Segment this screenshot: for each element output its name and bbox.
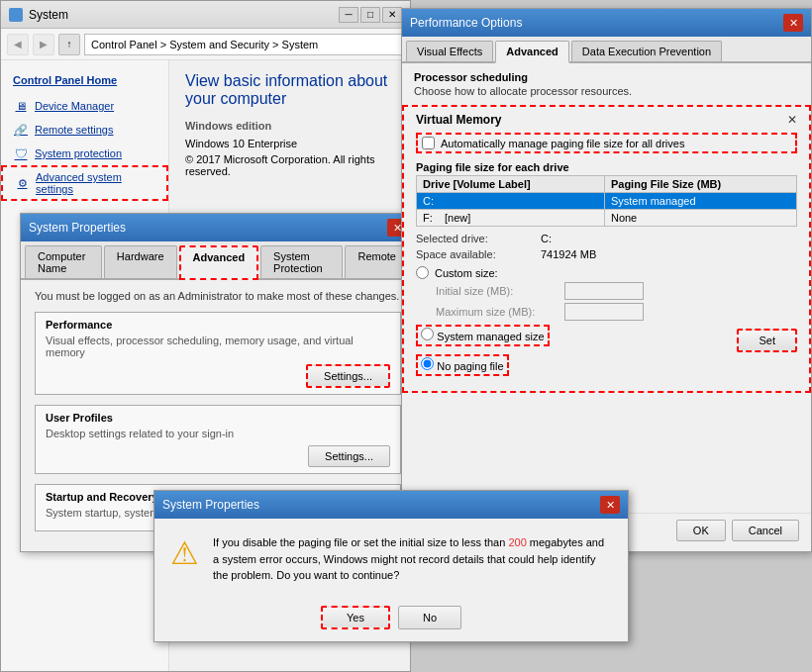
- auto-manage-label: Automatically manage paging file size fo…: [441, 138, 684, 149]
- selected-drive-value: C:: [541, 233, 552, 244]
- perf-options-close-button[interactable]: ✕: [783, 14, 803, 32]
- warning-close-button[interactable]: ✕: [600, 496, 620, 514]
- warning-dialog: System Properties ✕ ⚠ If you disable the…: [153, 490, 629, 642]
- sidebar-item-label: Advanced system settings: [36, 171, 154, 195]
- page-title: View basic information about your comput…: [185, 72, 394, 108]
- perf-options-title-bar: Performance Options ✕: [402, 9, 811, 37]
- no-paging-row: No paging file: [416, 354, 509, 376]
- back-button[interactable]: ◀: [7, 34, 29, 55]
- perf-tab-advanced[interactable]: Advanced: [495, 41, 569, 63]
- system-props-tab-bar: Computer Name Hardware Advanced System P…: [21, 241, 415, 280]
- up-button[interactable]: ↑: [58, 34, 80, 55]
- windows-edition-header: Windows edition: [185, 120, 394, 132]
- tab-remote[interactable]: Remote: [345, 245, 409, 278]
- processor-scheduling-desc: Choose how to allocate processor resourc…: [414, 85, 799, 97]
- system-managed-radio[interactable]: [421, 328, 434, 340]
- paging-table-label: Paging file size for each drive: [416, 161, 797, 173]
- virtual-memory-title: Virtual Memory: [416, 113, 501, 127]
- sidebar-item-label: Remote settings: [35, 124, 113, 136]
- close-button[interactable]: ✕: [382, 7, 402, 23]
- system-props-title: System Properties: [29, 221, 126, 235]
- minimize-button[interactable]: ─: [339, 7, 358, 23]
- perf-tab-visual-effects[interactable]: Visual Effects: [406, 41, 493, 61]
- table-row[interactable]: F: [new] None: [417, 210, 797, 227]
- space-available-value: 741924 MB: [541, 248, 596, 260]
- sidebar-item-device-manager[interactable]: 🖥 Device Manager: [1, 94, 168, 118]
- sidebar-title[interactable]: Control Panel Home: [1, 70, 168, 94]
- system-title-bar: System ─ □ ✕: [1, 1, 410, 29]
- tab-advanced[interactable]: Advanced: [179, 245, 259, 280]
- warning-buttons: Yes No: [154, 600, 628, 641]
- virtual-memory-section: Virtual Memory ✕ Automatically manage pa…: [402, 105, 811, 393]
- windows-copyright: © 2017 Microsoft Corporation. All rights…: [185, 153, 394, 177]
- perf-ok-button[interactable]: OK: [676, 520, 726, 541]
- custom-size-radio[interactable]: [416, 266, 429, 279]
- no-button[interactable]: No: [398, 606, 461, 629]
- drive-c-size: System managed: [604, 193, 796, 210]
- auto-manage-checkbox[interactable]: [422, 137, 435, 149]
- perf-tab-data-execution[interactable]: Data Execution Prevention: [571, 41, 722, 61]
- maximum-size-label: Maximum size (MB):: [436, 306, 564, 318]
- system-window-title: System: [29, 8, 68, 22]
- remote-icon: 🔗: [13, 122, 29, 138]
- sidebar-item-label: System protection: [35, 147, 122, 159]
- no-paging-label: No paging file: [437, 360, 503, 372]
- tab-hardware[interactable]: Hardware: [104, 245, 177, 278]
- warning-icon: ⚠: [170, 534, 199, 572]
- sidebar-item-advanced-system-settings[interactable]: ⚙ Advanced system settings: [1, 165, 168, 201]
- no-paging-radio[interactable]: [421, 357, 434, 370]
- custom-size-label: Custom size:: [435, 267, 498, 279]
- perf-options-dialog: Performance Options ✕ Visual Effects Adv…: [401, 8, 812, 552]
- warning-title: System Properties: [162, 498, 259, 512]
- user-profiles-title: User Profiles: [46, 412, 390, 424]
- shield-icon: 🛡: [13, 145, 29, 161]
- system-window-icon: [9, 8, 23, 22]
- perf-content: Processor scheduling Choose how to alloc…: [402, 63, 811, 401]
- admin-note: You must be logged on as an Administrato…: [35, 290, 401, 302]
- performance-group: Performance Visual effects, processor sc…: [35, 312, 401, 395]
- advanced-icon: ⚙: [15, 175, 30, 191]
- space-available-label: Space available:: [416, 248, 525, 260]
- warning-msg-part1: If you disable the paging file or set th…: [213, 536, 508, 548]
- warning-highlight: 200: [508, 536, 526, 548]
- paging-col-drive: Drive [Volume Label]: [417, 176, 605, 193]
- initial-size-label: Initial size (MB):: [436, 285, 564, 297]
- tab-system-protection[interactable]: System Protection: [260, 245, 343, 278]
- windows-version: Windows 10 Enterprise: [185, 138, 394, 149]
- sidebar-item-system-protection[interactable]: 🛡 System protection: [1, 142, 168, 165]
- paging-table: Drive [Volume Label] Paging File Size (M…: [416, 175, 797, 227]
- nav-path-text: Control Panel > System and Security > Sy…: [91, 39, 318, 50]
- main-content: View basic information about your comput…: [169, 60, 410, 193]
- performance-title: Performance: [46, 319, 390, 331]
- warning-content: ⚠ If you disable the paging file or set …: [154, 519, 628, 600]
- custom-size-row: Custom size:: [416, 266, 797, 279]
- system-props-title-bar: System Properties ✕: [21, 214, 415, 241]
- table-row[interactable]: C: System managed: [417, 193, 797, 210]
- drive-f-size: None: [604, 210, 796, 227]
- system-managed-label: System managed size: [437, 331, 544, 342]
- drive-c-cell: C:: [417, 193, 605, 210]
- maximum-size-input[interactable]: [564, 303, 644, 321]
- auto-manage-checkbox-row: Automatically manage paging file size fo…: [416, 133, 797, 153]
- virtual-memory-close[interactable]: ✕: [787, 113, 797, 127]
- initial-size-input[interactable]: [564, 282, 644, 300]
- nav-bar: ◀ ▶ ↑ Control Panel > System and Securit…: [1, 29, 410, 60]
- performance-settings-button[interactable]: Settings...: [306, 364, 390, 388]
- drive-f-cell: F: [new]: [417, 210, 605, 227]
- tab-computer-name[interactable]: Computer Name: [25, 245, 102, 278]
- processor-scheduling-label: Processor scheduling: [414, 71, 799, 83]
- user-profiles-desc: Desktop settings related to your sign-in: [46, 428, 390, 439]
- user-profiles-settings-button[interactable]: Settings...: [308, 445, 390, 467]
- paging-col-size: Paging File Size (MB): [604, 176, 796, 193]
- sidebar-item-remote-settings[interactable]: 🔗 Remote settings: [1, 118, 168, 142]
- maximize-button[interactable]: □: [360, 7, 380, 23]
- perf-cancel-button[interactable]: Cancel: [732, 520, 799, 541]
- sidebar-item-label: Device Manager: [35, 100, 114, 112]
- set-button[interactable]: Set: [737, 329, 797, 352]
- performance-desc: Visual effects, processor scheduling, me…: [46, 335, 390, 358]
- yes-button[interactable]: Yes: [321, 606, 390, 629]
- perf-tab-bar: Visual Effects Advanced Data Execution P…: [402, 37, 811, 63]
- warning-text: If you disable the paging file or set th…: [213, 534, 612, 584]
- system-managed-row: System managed size: [416, 325, 550, 346]
- forward-button[interactable]: ▶: [33, 34, 54, 55]
